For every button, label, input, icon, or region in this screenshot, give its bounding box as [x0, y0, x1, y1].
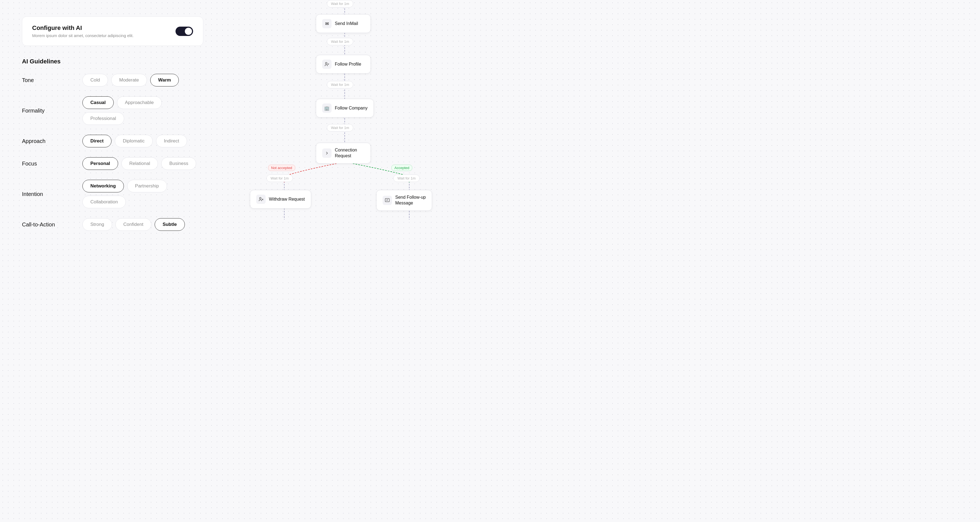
option-buttons-intention: NetworkingPartnershipCollaboration [83, 180, 203, 208]
option-btn-cta-subtle[interactable]: Subtle [154, 218, 185, 231]
ai-toggle[interactable] [175, 27, 193, 36]
option-buttons-cta: StrongConfidentSubtle [83, 218, 185, 231]
option-label-formality: Formality [22, 108, 83, 114]
option-btn-intention-collaboration[interactable]: Collaboration [83, 196, 126, 208]
option-btn-approach-direct[interactable]: Direct [83, 135, 111, 148]
withdraw-icon [256, 195, 266, 204]
option-row-tone: ToneColdModerateWarm [22, 74, 203, 86]
wait-badge-3: Wait for 1m [327, 124, 353, 132]
option-btn-tone-cold[interactable]: Cold [83, 74, 108, 86]
ai-config-title: Configure with AI [32, 24, 134, 32]
option-btn-intention-networking[interactable]: Networking [83, 180, 124, 192]
wait-badge-left: Wait for 1m [266, 175, 293, 182]
node-send-followup[interactable]: Send Follow-upMessage [376, 190, 432, 211]
option-btn-tone-moderate[interactable]: Moderate [111, 74, 147, 86]
option-label-intention: Intention [22, 191, 83, 197]
node-withdraw-request[interactable]: Withdraw Request [250, 190, 311, 209]
option-row-focus: FocusPersonalRelationalBusiness [22, 157, 203, 170]
option-row-intention: IntentionNetworkingPartnershipCollaborat… [22, 180, 203, 208]
svg-point-17 [326, 62, 327, 64]
option-row-formality: FormalityCasualApproachableProfessional [22, 96, 203, 125]
connection-label: ConnectionRequest [335, 148, 357, 159]
option-btn-intention-partnership[interactable]: Partnership [127, 180, 167, 192]
node-send-inmail[interactable]: ✉ Send InMail [316, 14, 371, 33]
option-row-cta: Call-to-ActionStrongConfidentSubtle [22, 218, 203, 231]
wait-badge-right: Wait for 1m [393, 175, 420, 182]
branch-accepted: Accepted [391, 165, 412, 171]
option-btn-formality-professional[interactable]: Professional [83, 112, 124, 125]
left-panel: Configure with AI Morem ipsum dolor sit … [0, 0, 225, 522]
follow-profile-label: Follow Profile [335, 62, 361, 67]
svg-point-18 [259, 197, 261, 199]
ai-config-description: Morem ipsum dolor sit amet, consectetur … [32, 33, 134, 38]
node-follow-profile[interactable]: Follow Profile [316, 55, 371, 73]
option-label-focus: Focus [22, 160, 83, 167]
ai-config-text: Configure with AI Morem ipsum dolor sit … [32, 24, 134, 38]
right-panel: Wait for 1m ✉ Send InMail Wait for 1m Fo… [225, 0, 980, 522]
inmail-label: Send InMail [335, 21, 358, 27]
options-container: ToneColdModerateWarmFormalityCasualAppro… [22, 74, 203, 231]
option-label-tone: Tone [22, 77, 83, 83]
option-btn-cta-strong[interactable]: Strong [83, 218, 112, 231]
flow-svg [242, 0, 964, 522]
wait-badge-1: Wait for 1m [327, 38, 353, 45]
option-row-approach: ApproachDirectDiplomaticIndirect [22, 135, 203, 148]
svg-rect-21 [385, 198, 390, 202]
option-buttons-tone: ColdModerateWarm [83, 74, 179, 86]
option-btn-focus-relational[interactable]: Relational [121, 157, 158, 170]
option-label-cta: Call-to-Action [22, 222, 83, 228]
follow-profile-icon [322, 60, 331, 69]
followup-icon [383, 196, 392, 205]
top-wait-badge: Wait for 1m [327, 0, 353, 7]
option-btn-focus-business[interactable]: Business [161, 157, 196, 170]
option-btn-focus-personal[interactable]: Personal [83, 157, 118, 170]
branch-not-accepted: Not accepted [268, 165, 295, 171]
option-btn-tone-warm[interactable]: Warm [150, 74, 179, 86]
node-follow-company[interactable]: 🏢 Follow Company [316, 99, 374, 117]
wait-badge-2: Wait for 1m [327, 81, 353, 88]
follow-company-icon: 🏢 [322, 103, 331, 113]
flow-container: Wait for 1m ✉ Send InMail Wait for 1m Fo… [242, 0, 964, 522]
connection-icon [322, 149, 331, 158]
option-btn-cta-confident[interactable]: Confident [115, 218, 151, 231]
option-label-approach: Approach [22, 138, 83, 144]
option-buttons-formality: CasualApproachableProfessional [83, 96, 203, 125]
ai-guidelines-label: AI Guidelines [22, 58, 203, 65]
option-btn-formality-approachable[interactable]: Approachable [117, 96, 162, 109]
inmail-icon: ✉ [322, 19, 331, 28]
option-btn-approach-indirect[interactable]: Indirect [156, 135, 187, 148]
follow-company-label: Follow Company [335, 105, 368, 111]
option-buttons-approach: DirectDiplomaticIndirect [83, 135, 187, 148]
option-btn-approach-diplomatic[interactable]: Diplomatic [115, 135, 153, 148]
ai-config-card: Configure with AI Morem ipsum dolor sit … [22, 16, 203, 46]
option-btn-formality-casual[interactable]: Casual [83, 96, 114, 109]
node-connection-request[interactable]: ConnectionRequest [316, 143, 371, 163]
followup-label: Send Follow-upMessage [395, 195, 426, 206]
option-buttons-focus: PersonalRelationalBusiness [83, 157, 196, 170]
withdraw-label: Withdraw Request [269, 197, 305, 202]
